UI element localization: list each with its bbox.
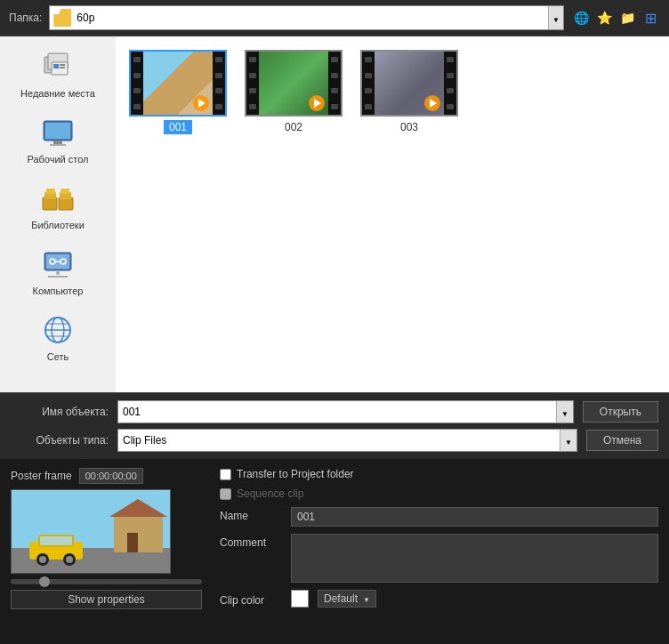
- film-hole: [249, 73, 256, 78]
- film-hole: [133, 57, 141, 62]
- svg-rect-3: [53, 64, 59, 68]
- svg-rect-9: [50, 144, 66, 146]
- svg-point-36: [39, 556, 46, 563]
- film-hole: [249, 104, 256, 109]
- poster-timecode: 00:00:00;00: [79, 468, 143, 484]
- film-strip-right-002: [328, 52, 341, 115]
- svg-rect-15: [60, 189, 69, 194]
- svg-rect-5: [60, 67, 65, 68]
- file-item-003[interactable]: 003: [360, 50, 458, 134]
- sequence-checkbox[interactable]: [220, 488, 231, 500]
- cancel-button[interactable]: Отмена: [586, 430, 658, 451]
- show-properties-button[interactable]: Show properties: [11, 590, 202, 609]
- poster-image: [12, 490, 171, 574]
- svg-rect-7: [45, 123, 70, 139]
- grid-view-button[interactable]: [641, 8, 660, 28]
- film-hole: [365, 57, 372, 62]
- play-triangle-icon: [198, 99, 206, 108]
- svg-point-18: [56, 271, 60, 275]
- film-hole: [331, 57, 338, 62]
- clip-color-label: Clip color: [220, 592, 282, 607]
- film-hole: [215, 88, 222, 93]
- filename-label: Имя объекта:: [11, 406, 109, 418]
- color-select-wrap[interactable]: Default: [318, 590, 376, 608]
- color-dropdown-button[interactable]: [363, 594, 370, 604]
- file-name-003: 003: [395, 120, 423, 134]
- file-name-002: 002: [279, 120, 308, 134]
- film-hole: [133, 73, 141, 78]
- filetype-label: Объекты типа:: [11, 434, 109, 447]
- name-prop-input[interactable]: [291, 507, 658, 527]
- poster-section: Poster frame 00:00:00;00: [11, 468, 202, 609]
- svg-rect-30: [114, 517, 163, 552]
- sidebar-item-network[interactable]: Сеть: [0, 309, 116, 366]
- thumb-image-001: [131, 52, 225, 115]
- sidebar-item-computer[interactable]: Компьютер: [0, 243, 116, 300]
- comment-prop-label: Comment: [220, 534, 282, 549]
- film-hole: [365, 88, 372, 93]
- forward-button[interactable]: [594, 8, 614, 28]
- sequence-row: Sequence clip: [220, 487, 658, 500]
- folder-dropdown-button[interactable]: [548, 6, 563, 29]
- filetype-input[interactable]: [118, 431, 560, 449]
- svg-rect-8: [53, 141, 62, 144]
- chevron-down-icon: [561, 406, 568, 419]
- thumb-image-003: [362, 52, 456, 115]
- folder-input[interactable]: [75, 10, 548, 26]
- recent-icon: [40, 49, 76, 85]
- file-thumb-001: [129, 50, 227, 117]
- play-button-003[interactable]: [424, 95, 440, 111]
- libraries-icon: [40, 181, 76, 216]
- top-bar: Папка:: [0, 0, 669, 36]
- scrubber-thumb[interactable]: [39, 576, 50, 587]
- filename-input[interactable]: [118, 403, 556, 421]
- filetype-input-wrap: [117, 429, 577, 452]
- poster-header: Poster frame 00:00:00;00: [11, 468, 202, 484]
- clip-color-row: Clip color Default: [220, 590, 658, 608]
- film-strip-right-001: [213, 52, 225, 115]
- transfer-label[interactable]: Transfer to Project folder: [237, 468, 354, 480]
- poster-label: Poster frame: [11, 470, 72, 482]
- folder-input-wrap: [49, 5, 564, 30]
- color-select-label: Default: [324, 592, 358, 605]
- file-item-002[interactable]: 002: [245, 50, 343, 134]
- film-hole: [365, 73, 372, 78]
- svg-rect-14: [46, 189, 55, 194]
- film-hole: [133, 104, 141, 109]
- film-hole: [447, 57, 454, 62]
- properties-section: Transfer to Project folder Sequence clip…: [220, 468, 658, 609]
- film-strip-left-001: [131, 52, 143, 115]
- transfer-checkbox[interactable]: [220, 469, 231, 480]
- folder-nav-button[interactable]: [617, 8, 637, 28]
- filetype-dropdown-button[interactable]: [560, 430, 576, 451]
- filename-row: Имя объекта: Открыть: [11, 400, 658, 423]
- film-hole: [331, 73, 338, 78]
- file-item-001[interactable]: 001: [129, 50, 227, 134]
- bottom-panel: Poster frame 00:00:00;00: [0, 459, 669, 618]
- sidebar-item-desktop[interactable]: Рабочий стол: [0, 111, 116, 168]
- film-hole: [447, 104, 454, 109]
- open-button[interactable]: Открыть: [583, 401, 658, 423]
- filename-input-wrap: [117, 400, 574, 423]
- sidebar-item-libraries[interactable]: Библиотеки: [0, 177, 116, 234]
- comment-prop-textarea[interactable]: [291, 534, 658, 583]
- file-thumb-003: [360, 50, 458, 117]
- chevron-down-icon: [363, 594, 370, 604]
- comment-prop-row: Comment: [220, 534, 658, 583]
- play-triangle-icon: [314, 99, 321, 108]
- play-button-002[interactable]: [309, 95, 325, 111]
- scrubber-track[interactable]: [11, 579, 202, 584]
- folder-label: Папка:: [9, 12, 42, 24]
- file-thumb-002: [245, 50, 343, 117]
- file-browser: 001: [116, 36, 669, 392]
- sidebar-item-recent[interactable]: Недавние места: [0, 45, 116, 102]
- filetype-row: Объекты типа: Отмена: [11, 429, 658, 452]
- chevron-down-icon: [565, 434, 572, 447]
- back-button[interactable]: [571, 8, 591, 28]
- film-hole: [215, 57, 222, 62]
- play-button-001[interactable]: [193, 95, 209, 111]
- play-triangle-icon: [430, 99, 437, 108]
- color-swatch: [291, 590, 309, 608]
- filename-dropdown-button[interactable]: [556, 401, 573, 423]
- file-fields: Имя объекта: Открыть Объекты типа: Отмен…: [0, 392, 669, 459]
